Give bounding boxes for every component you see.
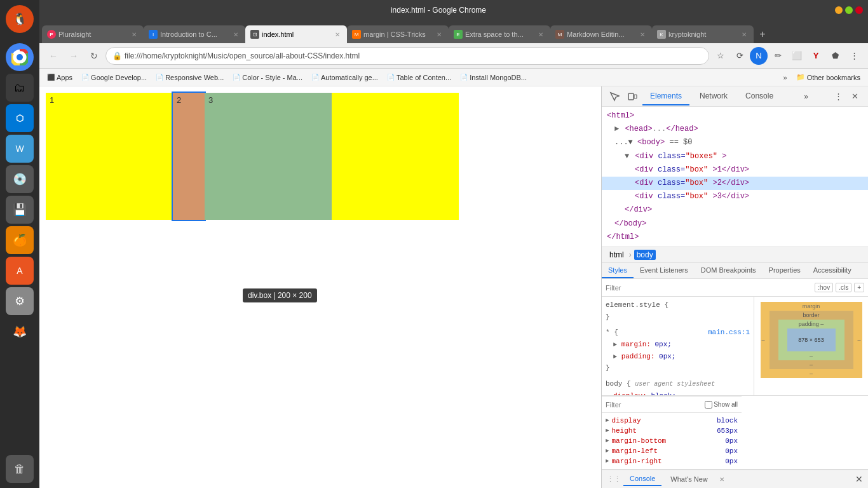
maximize-button[interactable] <box>845 6 853 14</box>
devtools-settings-button[interactable]: ⋮ <box>831 89 846 104</box>
dom-div-boxes-close[interactable]: </div> <box>602 203 868 217</box>
tab-close-extra[interactable]: ✕ <box>536 30 545 39</box>
chrome-taskbar-icon[interactable] <box>6 43 34 71</box>
bookmarks-bar: ⬛ Apps 📄 Google Develop... 📄 Responsive … <box>39 69 868 86</box>
files-taskbar-icon[interactable]: 🗂 <box>6 74 34 102</box>
dom-body[interactable]: ...▼ <body> == $0 <box>602 136 868 149</box>
breadcrumb-body[interactable]: body <box>634 250 656 260</box>
styles-tab-dom-breakpoints[interactable]: DOM Breakpoints <box>695 263 763 278</box>
bookmark-mongo[interactable]: 📄 Install MongoDB... <box>456 72 531 83</box>
tab-close-introduction[interactable]: ✕ <box>231 30 240 39</box>
styles-tab-properties[interactable]: Properties <box>763 263 807 278</box>
margin-expand[interactable]: ► <box>613 341 617 348</box>
software-taskbar-icon[interactable]: A <box>6 257 34 285</box>
device-toggle-button[interactable] <box>625 89 640 104</box>
new-tab-button[interactable]: + <box>754 25 771 43</box>
breadcrumb-html[interactable]: html <box>607 250 627 260</box>
bookmarks-folder-icon: 📁 <box>796 73 805 81</box>
bookmark-table[interactable]: 📄 Table of Conten... <box>383 72 455 83</box>
firefox-taskbar-icon[interactable]: 🦊 <box>6 318 34 346</box>
extensions-button[interactable]: ⬟ <box>826 47 844 65</box>
forward-button[interactable]: → <box>65 47 83 65</box>
settings-taskbar-icon[interactable]: ⚙ <box>6 287 34 315</box>
new-indicator-button[interactable]: N <box>750 47 768 65</box>
edit-button[interactable]: ✏ <box>769 47 787 65</box>
tab-introduction[interactable]: I Introduction to C... ✕ <box>144 25 245 43</box>
show-all-checkbox[interactable] <box>705 401 712 409</box>
tab-margin[interactable]: M margin | CSS-Tricks ✕ <box>347 25 449 43</box>
add-style-button[interactable]: + <box>854 283 864 292</box>
padding-expand[interactable]: ► <box>613 353 617 360</box>
tab-close-margin[interactable]: ✕ <box>435 30 444 39</box>
window-title: index.html - Google Chrome <box>44 6 832 15</box>
ubuntu-icon[interactable]: 🐧 <box>6 5 34 33</box>
bookmark-apps[interactable]: ⬛ Apps <box>43 72 76 83</box>
vscode-taskbar-icon[interactable]: ⬡ <box>6 104 34 132</box>
vlc-taskbar-icon[interactable]: 🍊 <box>6 226 34 254</box>
bookmark-auto-label: Automatically ge... <box>321 74 378 81</box>
tab-close-kryptoknight[interactable]: ✕ <box>740 30 749 39</box>
styles-tab-styles[interactable]: Styles <box>602 263 634 278</box>
yandex-button[interactable]: Y <box>807 47 825 65</box>
minimize-button[interactable] <box>835 6 843 14</box>
close-button[interactable] <box>855 6 863 14</box>
whatsnew-close-icon[interactable]: ✕ <box>717 476 727 483</box>
trash-taskbar-icon[interactable]: 🗑 <box>6 455 34 483</box>
nav-refresh-button[interactable]: ⟳ <box>731 47 749 65</box>
hov-filter-button[interactable]: :hov <box>815 283 833 292</box>
dom-div-box2[interactable]: <div class="box" >2</div> <box>602 177 868 190</box>
bookmark-apps-label: Apps <box>57 74 72 81</box>
styles-filter-input[interactable] <box>606 284 811 292</box>
dom-head[interactable]: ► <head>...</head> <box>602 123 868 136</box>
tab-index[interactable]: ⊡ index.html ✕ <box>245 25 347 43</box>
dom-html-close[interactable]: </html> <box>602 231 868 244</box>
devtools-close-button[interactable]: ✕ <box>848 89 863 104</box>
menu-button[interactable]: ⋮ <box>845 47 863 65</box>
styles-tab-accessibility[interactable]: Accessibility <box>807 263 858 278</box>
devtools-close-icon[interactable]: ✕ <box>855 474 863 484</box>
tab-close-markdown[interactable]: ✕ <box>638 30 647 39</box>
tab-close-index[interactable]: ✕ <box>333 30 342 39</box>
dom-html[interactable]: <html> <box>602 109 868 123</box>
devtools-tab-console[interactable]: Console <box>738 88 781 105</box>
address-bar[interactable]: 🔒 file:///home/kryptoknight/Music/open_s… <box>105 47 709 65</box>
bm-margin-label: margin <box>761 303 862 309</box>
reload-button[interactable]: ↻ <box>85 47 103 65</box>
bookmark-auto[interactable]: 📄 Automatically ge... <box>308 72 382 83</box>
dom-body-close[interactable]: </body> <box>602 217 868 231</box>
back-button[interactable]: ← <box>44 47 62 65</box>
devtools-more-tabs[interactable]: » <box>799 88 813 105</box>
tab-extra[interactable]: E Extra space to th... ✕ <box>449 25 550 43</box>
console-tab-whatsnew[interactable]: What's New <box>664 473 714 485</box>
box-1-number: 1 <box>50 95 54 105</box>
bookmark-google-dev[interactable]: 📄 Google Develop... <box>78 72 151 83</box>
dom-div-box3[interactable]: <div class="box" >3</div> <box>602 190 868 203</box>
tab-pluralsight[interactable]: P Pluralsight ✕ <box>42 25 144 43</box>
dom-div-box1[interactable]: <div class="box" >1</div> <box>602 163 868 177</box>
bookmark-responsive[interactable]: 📄 Responsive Web... <box>152 72 227 83</box>
styles-tab-event-listeners[interactable]: Event Listeners <box>634 263 695 278</box>
tab-close-pluralsight[interactable]: ✕ <box>130 30 139 39</box>
dom-div-boxes[interactable]: ▼ <div class="boxes" > <box>602 150 868 163</box>
cast-button[interactable]: ⬜ <box>788 47 806 65</box>
tab-favicon-kryptoknight: K <box>657 30 666 39</box>
console-tab-console[interactable]: Console <box>623 472 661 486</box>
bookmark-star-button[interactable]: ☆ <box>712 47 729 65</box>
bookmark-auto-icon: 📄 <box>311 74 319 81</box>
hdd2-taskbar-icon[interactable]: 💾 <box>6 196 34 224</box>
style-source-main[interactable]: main.css:1 <box>708 327 750 339</box>
show-all-label[interactable]: Show all <box>705 401 738 409</box>
bookmarks-other-button[interactable]: 📁 Other bookmarks <box>792 72 864 83</box>
bookmarks-more-button[interactable]: » <box>780 72 791 83</box>
element-selector-button[interactable] <box>607 89 622 104</box>
tab-kryptoknight[interactable]: K kryptoknight ✕ <box>652 25 754 43</box>
bm-border-label: border <box>770 312 853 318</box>
writer-taskbar-icon[interactable]: W <box>6 135 34 163</box>
cls-filter-button[interactable]: .cls <box>836 283 851 292</box>
computed-filter-input[interactable] <box>606 401 702 409</box>
hdd-taskbar-icon[interactable]: 💿 <box>6 165 34 193</box>
bookmark-color[interactable]: 📄 Color - Style - Ma... <box>229 72 306 83</box>
devtools-tab-network[interactable]: Network <box>692 88 735 105</box>
tab-markdown[interactable]: M Markdown Editin... ✕ <box>550 25 652 43</box>
devtools-tab-elements[interactable]: Elements <box>642 88 689 105</box>
